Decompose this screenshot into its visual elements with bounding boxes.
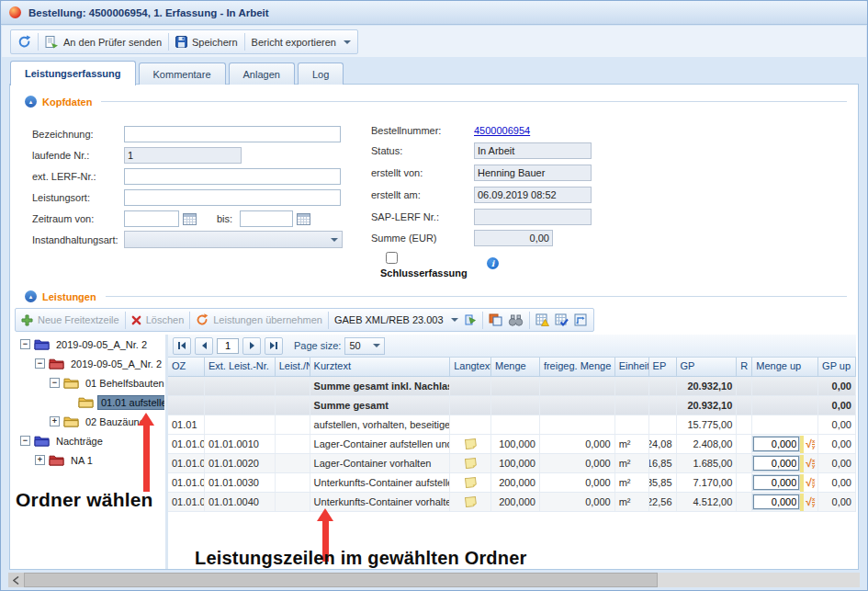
formula-icon[interactable]: √xy	[806, 477, 815, 488]
bezeichnung-field[interactable]	[124, 126, 341, 142]
loeschen-button[interactable]: Löschen	[131, 314, 185, 325]
table-check-icon[interactable]	[555, 313, 569, 326]
collapse-section-icon[interactable]: ▲	[25, 96, 37, 108]
instandhaltungsart-select[interactable]	[124, 231, 343, 248]
tree-node-label[interactable]: 2019-09-05_A_Nr. 2	[68, 358, 164, 370]
table-row-item[interactable]: 01.01.001.01.0040Unterkunfts-Container v…	[168, 493, 856, 512]
column-header-menge-up[interactable]: Menge up	[752, 358, 818, 376]
bestellnummer-link[interactable]: 4500006954	[474, 125, 530, 136]
export-report-button[interactable]: Bericht exportieren	[252, 37, 351, 48]
table-row-item[interactable]: 01.01.001.01.0010Lager-Container aufstel…	[168, 435, 856, 454]
langtext-note-icon[interactable]	[465, 496, 477, 507]
horizontal-scrollbar[interactable]	[8, 573, 860, 587]
langtext-note-icon[interactable]	[465, 477, 477, 488]
tree-node-label[interactable]: 01 Behelfsbauten	[83, 377, 164, 390]
gaeb-format-dropdown[interactable]: GAEB XML/REB 23.003	[334, 314, 458, 325]
formula-icon[interactable]: √xy	[806, 438, 815, 449]
calendar-icon[interactable]	[297, 212, 310, 225]
menge-up-input[interactable]	[753, 456, 799, 471]
tree-node-label[interactable]: 2019-09-05_A_Nr. 2	[53, 338, 150, 351]
menge-up-input[interactable]	[753, 437, 799, 451]
collapse-expander-icon[interactable]: −	[20, 436, 30, 446]
column-header-oz[interactable]: OZ	[168, 358, 205, 376]
ext-lerf-nr-field[interactable]	[124, 168, 341, 185]
langtext-note-icon[interactable]	[465, 438, 477, 449]
tree-node-label[interactable]: Nachträge	[53, 435, 106, 448]
table-row-item[interactable]: 01.01.001.01.0030Unterkunfts-Container a…	[168, 473, 856, 493]
cell-gp: 15.775,00	[677, 415, 738, 434]
calendar-icon[interactable]	[183, 212, 197, 225]
first-page-button[interactable]	[173, 337, 191, 355]
tab-kommentare[interactable]: Kommentare	[139, 63, 226, 85]
cell-menge-up	[752, 377, 818, 395]
table-row-summary[interactable]: Summe gesamt inkl. Nachlass20.932,100,00	[168, 377, 856, 396]
formula-icon[interactable]: √xy	[806, 458, 815, 469]
collapse-expander-icon[interactable]: −	[20, 339, 30, 349]
column-header-ext-leist-nr-[interactable]: Ext. Leist.-Nr.	[205, 358, 276, 376]
menge-up-input[interactable]	[753, 494, 799, 509]
collapse-expander-icon[interactable]: −	[50, 378, 60, 388]
column-header-gp[interactable]: GP	[677, 358, 738, 376]
refresh-icon[interactable]	[17, 35, 31, 49]
column-header-ep[interactable]: EP	[649, 358, 677, 376]
column-header-einheit[interactable]: Einheit	[615, 358, 649, 376]
import-icon[interactable]	[464, 313, 477, 326]
scroll-left-arrow-icon[interactable]	[8, 573, 24, 587]
tree-node-label[interactable]: NA 1	[68, 454, 96, 467]
binoculars-search-icon[interactable]	[508, 314, 524, 326]
menge-up-input[interactable]	[753, 475, 799, 490]
info-icon[interactable]: i	[487, 257, 499, 269]
tab-leistungserfassung[interactable]: Leistungserfassung	[10, 61, 136, 85]
zeitraum-von-field[interactable]	[124, 210, 179, 227]
neue-freitextzeile-button[interactable]: Neue Freitextzeile	[21, 314, 119, 326]
neue-freitextzeile-label: Neue Freitextzeile	[38, 314, 119, 325]
cell-menge: 100,000	[491, 454, 540, 472]
langtext-note-icon[interactable]	[465, 458, 477, 469]
sap-lerf-nr-label: SAP-LERF Nr.:	[371, 211, 474, 222]
column-header-r[interactable]: R	[737, 358, 752, 376]
tab-log[interactable]: Log	[298, 63, 344, 85]
tree-node[interactable]: −2019-09-05_A_Nr. 2	[15, 335, 164, 354]
scrollbar-thumb[interactable]	[24, 573, 658, 587]
page-number-input[interactable]	[217, 338, 239, 354]
tree-node[interactable]: −2019-09-05_A_Nr. 2	[15, 354, 164, 373]
collapse-expander-icon[interactable]: −	[35, 358, 45, 369]
toolbar-separator	[38, 33, 39, 51]
gaeb-format-label: GAEB XML/REB 23.003	[334, 314, 444, 325]
column-header-menge[interactable]: Menge	[491, 358, 540, 376]
column-header-leist-n[interactable]: Leist./N	[276, 358, 310, 376]
save-button[interactable]: Speichern	[175, 36, 238, 48]
send-to-reviewer-button[interactable]: An den Prüfer senden	[45, 36, 162, 49]
column-header-gp-up[interactable]: GP up	[818, 358, 856, 376]
leistungsort-label: Leistungsort:	[32, 192, 124, 203]
table-row-summary[interactable]: Summe gesamt20.932,100,00	[168, 396, 856, 415]
copy-icon[interactable]	[489, 313, 502, 326]
column-header-freigeg-menge[interactable]: freigeg. Menge	[540, 358, 615, 376]
page-size-select[interactable]: 50	[344, 337, 385, 355]
tree-node[interactable]: 01.01 aufstellen, v	[15, 392, 164, 412]
zeitraum-bis-field[interactable]	[240, 210, 293, 227]
tree-node[interactable]: −01 Behelfsbauten	[15, 373, 164, 392]
table-row-item[interactable]: 01.01.001.01.0020Lager-Container vorhalt…	[168, 454, 856, 473]
table-expand-icon[interactable]	[574, 313, 588, 326]
annotation-arrow-tree	[138, 413, 154, 492]
tab-anlagen[interactable]: Anlagen	[229, 63, 295, 85]
cell-leist-n	[276, 396, 310, 415]
expand-expander-icon[interactable]: +	[50, 416, 60, 426]
leistungsort-field[interactable]	[124, 189, 341, 206]
column-header-kurztext[interactable]: Kurztext	[310, 358, 451, 376]
table-row-group[interactable]: 01.01aufstellen, vorhalten, beseitigen15…	[168, 415, 856, 435]
next-page-button[interactable]	[242, 337, 261, 355]
last-page-button[interactable]	[265, 337, 283, 355]
tree-node-label[interactable]: 01.01 aufstellen, v	[97, 395, 164, 410]
leistungen-uebernehmen-button[interactable]: Leistungen übernehmen	[196, 313, 322, 326]
column-header-langtext[interactable]: Langtext	[450, 358, 491, 376]
schlusserfassung-checkbox[interactable]	[386, 252, 398, 264]
expand-expander-icon[interactable]: +	[35, 455, 45, 465]
cell-r	[737, 396, 752, 415]
cell-gp: 4.512,00	[677, 493, 738, 511]
previous-page-button[interactable]	[195, 337, 213, 355]
formula-icon[interactable]: √xy	[806, 496, 815, 507]
collapse-section-icon[interactable]: ▲	[25, 290, 37, 302]
table-warning-icon[interactable]	[535, 313, 549, 326]
